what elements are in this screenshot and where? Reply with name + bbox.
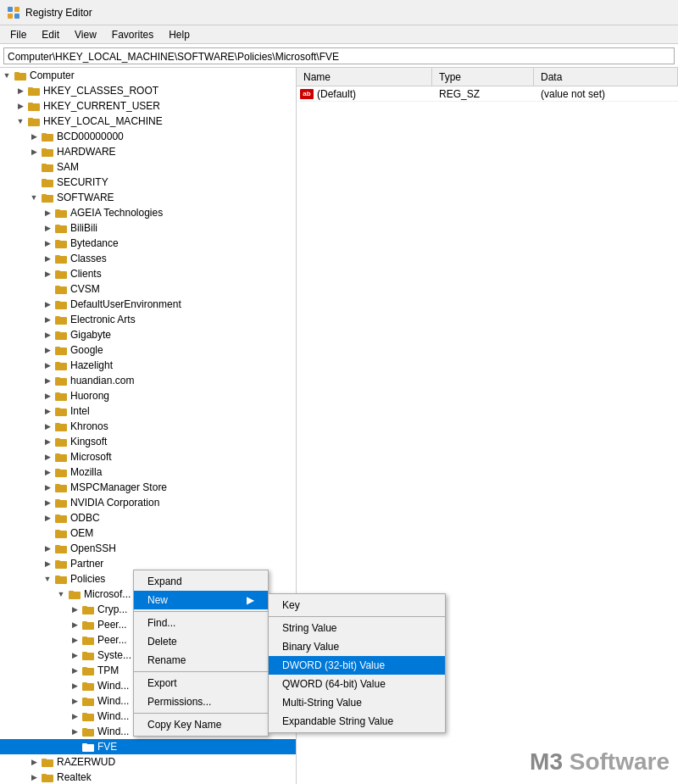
tree-item-security[interactable]: ▶ SECURITY <box>0 175 296 190</box>
submenu-key[interactable]: Key <box>269 596 445 614</box>
submenu-expstring[interactable]: Expandable String Value <box>269 712 445 731</box>
ctx-rename[interactable]: Rename <box>134 651 268 670</box>
submenu-dword[interactable]: DWORD (32-bit) Value <box>269 656 445 675</box>
menu-edit[interactable]: Edit <box>35 27 66 42</box>
ctx-new[interactable]: New ▶ <box>134 591 268 609</box>
menu-file[interactable]: File <box>3 27 33 42</box>
ab-icon: ab <box>300 89 314 99</box>
tree-item-bytedance[interactable]: ▶ Bytedance <box>0 236 296 251</box>
svg-rect-18 <box>42 180 53 187</box>
expand-icon-huorong: ▶ <box>41 392 54 400</box>
tree-item-razerwud[interactable]: ▶ RAZERWUD <box>0 754 296 770</box>
tree-item-odbc[interactable]: ▶ ODBC <box>0 510 296 525</box>
folder-icon-clients <box>54 268 68 280</box>
expand-icon-wind2: ▶ <box>68 697 81 705</box>
tree-label-kingsoft: Kingsoft <box>70 436 107 448</box>
tree-label-security: SECURITY <box>57 176 108 188</box>
submenu-qword[interactable]: QWORD (64-bit) Value <box>269 675 445 693</box>
svg-rect-66 <box>55 546 67 553</box>
menu-help[interactable]: Help <box>162 27 197 42</box>
submenu-binary[interactable]: Binary Value <box>269 637 445 656</box>
tree-label-clients: Clients <box>70 268 102 280</box>
tree-item-mspcmanager[interactable]: ▶ MSPCManager Store <box>0 480 296 495</box>
registry-row-default[interactable]: ab (Default) REG_SZ (value not set) <box>297 86 678 102</box>
tree-item-cvsm[interactable]: ▶ CVSM <box>0 281 296 297</box>
tree-item-intel[interactable]: ▶ Intel <box>0 403 296 419</box>
expand-icon-peer2: ▶ <box>68 636 81 644</box>
tree-item-hazelight[interactable]: ▶ Hazelight <box>0 358 296 373</box>
tree-item-mozilla[interactable]: ▶ Mozilla <box>0 464 296 480</box>
expand-icon-hazelight: ▶ <box>41 361 54 370</box>
tree-item-hkcr[interactable]: ▶ HKEY_CLASSES_ROOT <box>0 83 296 98</box>
tree-item-electronicarts[interactable]: ▶ Electronic Arts <box>0 312 296 327</box>
tree-item-sam[interactable]: ▶ SAM <box>0 159 296 175</box>
svg-rect-19 <box>42 179 47 181</box>
tree-item-realtek[interactable]: ▶ Realtek <box>0 770 296 784</box>
svg-rect-63 <box>55 514 60 516</box>
title-bar: Registry Editor <box>0 0 678 25</box>
folder-icon-hkcu <box>27 100 41 112</box>
folder-icon-huandian <box>54 375 68 386</box>
expand-icon-bilibili: ▶ <box>41 224 54 232</box>
tree-label-hkcr: HKEY_CLASSES_ROOT <box>43 85 158 97</box>
app-icon <box>7 6 20 19</box>
reg-type-default: REG_SZ <box>432 88 534 100</box>
tree-item-openssh[interactable]: ▶ OpenSSH <box>0 541 296 556</box>
svg-rect-68 <box>55 561 67 569</box>
tree-item-defaultuserenv[interactable]: ▶ DefaultUserEnvironment <box>0 297 296 312</box>
folder-icon-hkcr <box>27 85 41 97</box>
tree-item-kingsoft[interactable]: ▶ Kingsoft <box>0 434 296 449</box>
tree-item-clients[interactable]: ▶ Clients <box>0 266 296 281</box>
ctx-delete[interactable]: Delete <box>134 632 268 651</box>
col-header-type: Type <box>432 68 534 86</box>
ctx-expand[interactable]: Expand <box>134 572 268 591</box>
tree-item-huandian[interactable]: ▶ huandian.com <box>0 373 296 388</box>
svg-rect-49 <box>55 408 60 409</box>
svg-rect-15 <box>42 148 47 150</box>
expand-icon-wind4: ▶ <box>68 727 81 736</box>
ctx-export[interactable]: Export <box>134 674 268 692</box>
expand-icon-software: ▼ <box>27 193 41 202</box>
svg-rect-72 <box>69 592 81 599</box>
menu-favorites[interactable]: Favorites <box>105 27 160 42</box>
tree-item-hklm[interactable]: ▼ HKEY_LOCAL_MACHINE <box>0 114 296 129</box>
tree-item-gigabyte[interactable]: ▶ Gigabyte <box>0 327 296 342</box>
ctx-find[interactable]: Find... <box>134 614 268 632</box>
svg-rect-14 <box>42 149 53 157</box>
expand-icon-ageia: ▶ <box>41 209 54 217</box>
tree-item-bcd[interactable]: ▶ BCD00000000 <box>0 129 296 144</box>
expand-icon-classes: ▶ <box>41 254 54 263</box>
folder-icon-peer1 <box>81 619 95 631</box>
tree-item-ageia[interactable]: ▶ AGEIA Technologies <box>0 205 296 220</box>
tree-item-huorong[interactable]: ▶ Huorong <box>0 388 296 403</box>
tree-item-fve[interactable]: ▶ FVE <box>0 739 296 754</box>
svg-rect-88 <box>82 714 94 721</box>
tree-item-software[interactable]: ▼ SOFTWARE <box>0 190 296 205</box>
ctx-copykey[interactable]: Copy Key Name <box>134 715 268 734</box>
tree-item-oem[interactable]: ▶ OEM <box>0 525 296 541</box>
tree-item-classes[interactable]: ▶ Classes <box>0 251 296 266</box>
tree-item-nvidia[interactable]: ▶ NVIDIA Corporation <box>0 495 296 510</box>
tree-label-wind2: Wind... <box>97 695 129 707</box>
tree-label-gigabyte: Gigabyte <box>70 329 111 341</box>
svg-rect-3 <box>14 14 19 19</box>
svg-rect-45 <box>55 377 60 379</box>
address-input[interactable]: Computer\HKEY_LOCAL_MACHINE\SOFTWARE\Pol… <box>3 47 675 64</box>
tree-item-hkcu[interactable]: ▶ HKEY_CURRENT_USER <box>0 98 296 114</box>
svg-rect-75 <box>82 606 87 608</box>
svg-rect-97 <box>42 774 47 776</box>
tree-item-google[interactable]: ▶ Google <box>0 342 296 358</box>
col-header-data: Data <box>534 68 678 86</box>
svg-rect-4 <box>14 73 26 81</box>
submenu-string[interactable]: String Value <box>269 619 445 637</box>
submenu-multistring[interactable]: Multi-String Value <box>269 693 445 712</box>
menu-view[interactable]: View <box>68 27 103 42</box>
tree-item-hardware[interactable]: ▶ HARDWARE <box>0 144 296 159</box>
ctx-permissions[interactable]: Permissions... <box>134 692 268 711</box>
svg-rect-0 <box>8 7 13 12</box>
tree-item-khronos[interactable]: ▶ Khronos <box>0 419 296 434</box>
tree-item-microsoft[interactable]: ▶ Microsoft <box>0 449 296 464</box>
expand-icon-mspcmanager: ▶ <box>41 483 54 492</box>
tree-item-bilibili[interactable]: ▶ BiliBili <box>0 220 296 236</box>
tree-item-computer[interactable]: ▼ Computer <box>0 68 296 83</box>
